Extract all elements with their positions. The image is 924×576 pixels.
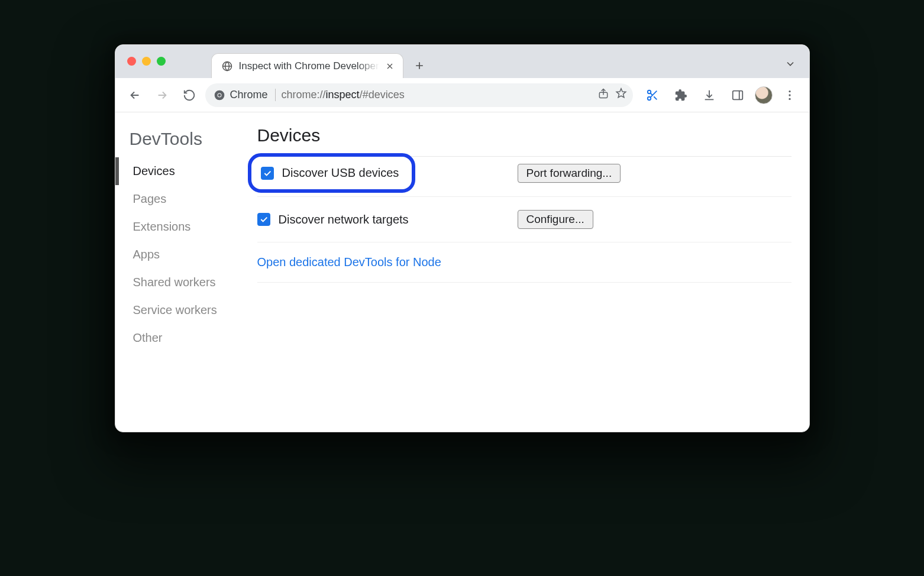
tab-strip: Inspect with Chrome Developer xyxy=(211,45,429,78)
svg-point-6 xyxy=(647,96,651,100)
network-row: Discover network targets Configure... xyxy=(257,196,791,242)
share-icon[interactable] xyxy=(597,88,609,102)
profile-avatar[interactable] xyxy=(755,86,773,104)
svg-rect-7 xyxy=(732,90,742,99)
sidebar-item-other[interactable]: Other xyxy=(115,324,251,352)
page-content: DevTools Devices Pages Extensions Apps S… xyxy=(115,112,809,432)
tab-title: Inspect with Chrome Developer xyxy=(239,60,379,72)
site-chip-label: Chrome xyxy=(230,89,268,101)
sidebar-title: DevTools xyxy=(115,129,251,157)
svg-point-3 xyxy=(218,93,221,96)
url-text: chrome://inspect/#devices xyxy=(282,89,592,101)
discover-network-label: Discover network targets xyxy=(279,213,409,226)
sidebar-item-pages[interactable]: Pages xyxy=(115,185,251,213)
maximize-window-button[interactable] xyxy=(157,57,166,66)
titlebar: Inspect with Chrome Developer xyxy=(115,45,809,78)
node-link-row: Open dedicated DevTools for Node xyxy=(257,242,791,283)
address-bar[interactable]: Chrome chrome://inspect/#devices xyxy=(205,83,633,107)
extensions-icon[interactable] xyxy=(670,84,692,106)
page-heading: Devices xyxy=(257,125,791,157)
reload-button[interactable] xyxy=(178,84,201,106)
globe-icon xyxy=(221,60,233,72)
browser-window: Inspect with Chrome Developer xyxy=(115,44,810,432)
main-panel: Devices Discover USB devices Port forwar… xyxy=(251,112,809,432)
chrome-icon xyxy=(214,89,225,101)
port-forwarding-button[interactable]: Port forwarding... xyxy=(518,164,621,183)
svg-point-8 xyxy=(789,90,790,92)
side-panel-icon[interactable] xyxy=(726,84,749,106)
open-node-devtools-link[interactable]: Open dedicated DevTools for Node xyxy=(257,255,441,269)
svg-point-10 xyxy=(789,98,790,99)
svg-point-9 xyxy=(789,94,790,96)
tabs-dropdown-button[interactable] xyxy=(784,58,802,72)
downloads-icon[interactable] xyxy=(698,84,721,106)
forward-button[interactable] xyxy=(151,84,173,106)
toolbar: Chrome chrome://inspect/#devices xyxy=(115,78,809,112)
sidebar-item-extensions[interactable]: Extensions xyxy=(115,213,251,241)
svg-point-5 xyxy=(647,90,651,93)
usb-highlight: Discover USB devices xyxy=(248,153,416,193)
new-tab-button[interactable] xyxy=(409,56,429,76)
sidebar: DevTools Devices Pages Extensions Apps S… xyxy=(115,112,251,432)
sidebar-item-devices[interactable]: Devices xyxy=(115,157,251,185)
site-chip[interactable]: Chrome xyxy=(214,89,276,101)
menu-icon[interactable] xyxy=(778,84,801,106)
close-window-button[interactable] xyxy=(127,57,136,66)
discover-usb-checkbox[interactable] xyxy=(261,167,274,180)
close-tab-button[interactable] xyxy=(385,62,395,71)
minimize-window-button[interactable] xyxy=(142,57,151,66)
scissors-icon[interactable] xyxy=(641,84,664,106)
sidebar-item-shared-workers[interactable]: Shared workers xyxy=(115,268,251,296)
sidebar-item-apps[interactable]: Apps xyxy=(115,241,251,268)
discover-network-checkbox[interactable] xyxy=(257,213,270,226)
back-button[interactable] xyxy=(124,84,146,106)
window-controls xyxy=(127,57,166,66)
usb-row: Discover USB devices Port forwarding... xyxy=(257,157,791,196)
toolbar-actions xyxy=(638,84,801,106)
configure-button[interactable]: Configure... xyxy=(518,210,593,229)
bookmark-icon[interactable] xyxy=(615,88,627,102)
discover-usb-label: Discover USB devices xyxy=(282,166,399,180)
browser-tab[interactable]: Inspect with Chrome Developer xyxy=(211,53,403,78)
sidebar-item-service-workers[interactable]: Service workers xyxy=(115,296,251,324)
